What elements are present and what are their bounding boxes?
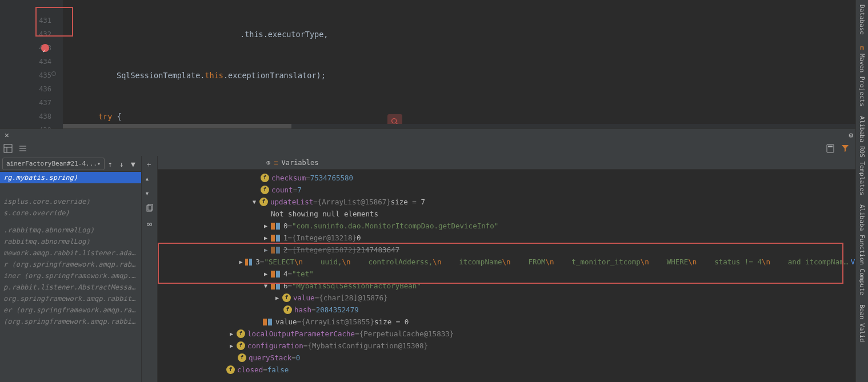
expand-icon[interactable]: ▶: [263, 232, 269, 244]
frame-row[interactable]: iner (org.springframework.amqp.rabbit.li…: [0, 270, 141, 282]
debug-tab-bar: ✕ ⚙ —: [0, 128, 868, 141]
variables-panel: ⊕ ≡ Variables fchecksum = 7534765580 fco…: [158, 156, 868, 382]
next-frame-icon[interactable]: ↓: [119, 160, 127, 168]
svg-rect-9: [828, 146, 833, 147]
frame-row[interactable]: p.rabbit.listener.AbstractMessageListene…: [0, 282, 141, 293]
prev-frame-icon[interactable]: ↑: [108, 160, 116, 168]
maven-tool[interactable]: mMaven Projects: [858, 39, 866, 111]
expand-icon[interactable]: ▶: [229, 328, 234, 340]
variables-tree[interactable]: fchecksum = 7534765580 fcount = 7 ▼fupda…: [158, 170, 868, 382]
database-tool[interactable]: Database: [858, 0, 866, 39]
expand-icon[interactable]: ▶: [229, 340, 234, 352]
scroll-up-icon[interactable]: ▴: [145, 174, 154, 183]
expand-icon[interactable]: ▶: [239, 256, 243, 268]
frame-row[interactable]: s.core.override): [0, 207, 141, 219]
debug-toolbar: ↗: [0, 141, 868, 156]
side-controls: ＋ ▴ ▾ ∞: [142, 156, 158, 382]
collapse-icon[interactable]: ▼: [251, 196, 257, 208]
close-tab-icon[interactable]: ✕: [0, 131, 14, 139]
frame-row[interactable]: isplus.core.override): [0, 196, 141, 207]
list-icon[interactable]: [18, 144, 27, 153]
collapse-icon[interactable]: ▼: [263, 280, 269, 292]
frames-list[interactable]: rg.mybatis.spring) isplus.core.override)…: [0, 172, 141, 382]
frame-row[interactable]: (org.springframework.amqp.rabbit.listene…: [0, 316, 141, 327]
frame-row[interactable]: rabbitmq.abnormalLog): [0, 236, 141, 247]
ros-tool[interactable]: Alibaba ROS Templates: [858, 111, 866, 200]
frame-row[interactable]: er (org.springframework.amqp.rabbit.list…: [0, 304, 141, 316]
copy-icon[interactable]: [145, 204, 154, 213]
recursive-gutter-icon: [51, 71, 56, 76]
right-toolbar: Database mMaven Projects Alibaba ROS Tem…: [855, 0, 868, 382]
bean-tool[interactable]: Bean Valid: [858, 300, 866, 347]
frame-row[interactable]: .rabbitmq.abnormalLog): [0, 224, 141, 236]
frame-row[interactable]: org.springframework.amqp.rabbit.listener…: [0, 293, 141, 304]
scroll-down-icon[interactable]: ▾: [145, 189, 154, 198]
frame-row[interactable]: mework.amqp.rabbit.listener.adapter): [0, 247, 141, 259]
variables-tab[interactable]: Variables: [281, 159, 318, 167]
add-watch-icon[interactable]: ＋: [145, 159, 154, 168]
layout-icon[interactable]: [3, 144, 13, 153]
not-showing-null: Not showing null elements: [271, 208, 378, 220]
fc-tool[interactable]: Alibaba Function Compute: [858, 200, 866, 300]
frame-row[interactable]: rg.mybatis.spring): [0, 172, 141, 183]
svg-point-0: [392, 119, 397, 123]
infinity-icon[interactable]: ∞: [147, 219, 153, 230]
frames-panel: ainerFactoryBean#21-4...▾ ↑ ↓ ▼ rg.mybat…: [0, 156, 142, 382]
horizontal-scrollbar[interactable]: [63, 124, 868, 128]
expand-icon[interactable]: ▶: [263, 220, 269, 232]
svg-rect-2: [4, 144, 12, 152]
frame-row[interactable]: r (org.springframework.amqp.rabbit.liste…: [0, 259, 141, 270]
code-area[interactable]: .this.executorType, SqlSessionTemplate.t…: [63, 0, 868, 128]
gutter: 431 432 433 434 435 436 437 438 439: [0, 0, 63, 128]
calculator-icon[interactable]: [826, 144, 835, 153]
variables-target-icon[interactable]: ⊕: [266, 159, 270, 167]
filter-frames-icon[interactable]: ▼: [131, 160, 139, 168]
expand-icon[interactable]: ▶: [263, 268, 269, 280]
expand-icon[interactable]: ▶: [274, 292, 280, 304]
breakpoint-icon[interactable]: [41, 44, 49, 52]
variables-tab-icon: ≡: [274, 159, 278, 167]
filter-orange-icon[interactable]: [841, 144, 850, 153]
code-editor[interactable]: 431 432 433 434 435 436 437 438 439 .thi…: [0, 0, 868, 128]
thread-dropdown[interactable]: ainerFactoryBean#21-4...▾: [2, 158, 105, 170]
